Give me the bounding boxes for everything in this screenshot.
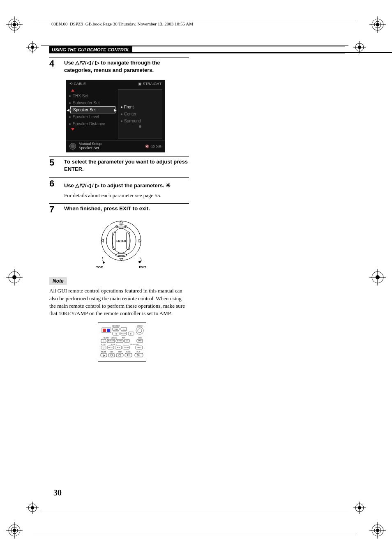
svg-rect-49: [113, 232, 116, 250]
svg-rect-50: [127, 232, 130, 250]
svg-text:SEARCH: SEARCH: [104, 337, 109, 339]
svg-text:SKIP: SKIP: [117, 347, 120, 348]
crosshair-icon: [26, 41, 39, 53]
svg-text:CHAPTER/10: CHAPTER/10: [130, 344, 139, 345]
enter-label: ENTER: [116, 240, 126, 242]
svg-text:POWER: POWER: [101, 351, 106, 353]
tip-icon: ☀: [166, 182, 171, 190]
list-item: Subwoofer Set: [70, 99, 115, 106]
regmark-icon: [369, 16, 386, 33]
regmark-icon: [6, 269, 23, 286]
dpad-diagram: ENTER TOP EXIT: [95, 218, 148, 267]
scroll-indicator-icon: [139, 125, 141, 128]
gui-screenshot: ⟲ CABLE ▣ STRAIGHT THX Set Subwoofer Set…: [66, 80, 165, 152]
svg-text:STOP: STOP: [118, 351, 122, 353]
gui-mode: ▣ STRAIGHT: [138, 82, 161, 86]
crop-line: [41, 510, 348, 510]
remote-diagram: ON SCREEN SOURCE TITLE △ ◁ ENTER ▷ SEARC…: [98, 322, 146, 362]
svg-text:▷: ▷: [130, 333, 132, 335]
svg-text:TOP: TOP: [122, 337, 125, 339]
list-item: THX Set: [70, 92, 115, 99]
menu-icon: [69, 143, 76, 150]
svg-text:▽: ▽: [126, 340, 128, 342]
crop-line: [33, 535, 357, 535]
svg-point-17: [376, 275, 380, 279]
step-number: 4: [49, 59, 58, 74]
nav-arrows-icon: △/▽/◁ / ▷: [75, 60, 99, 66]
svg-point-31: [31, 46, 34, 49]
crosshair-icon: [26, 502, 39, 514]
regmark-icon: [369, 522, 386, 539]
section-header: USING THE GUI REMOTE CONTROL: [49, 46, 345, 53]
svg-text:SELECT: SELECT: [101, 344, 107, 345]
note-label: Note: [49, 277, 67, 285]
volume-indicator: 🔇 -10.0dB: [145, 145, 161, 148]
svg-text:△: △: [123, 328, 125, 330]
svg-text:10KEY: 10KEY: [137, 347, 142, 348]
svg-text:MUTE: MUTE: [108, 347, 113, 348]
svg-text:ON SCREEN: ON SCREEN: [112, 325, 120, 327]
svg-point-39: [31, 506, 34, 509]
step-text: Use △/▽/◁ / ▷ to adjust the parameters. …: [64, 179, 189, 200]
regmark-icon: [6, 522, 23, 539]
step-text: When finished, press EXIT to exit.: [64, 205, 189, 214]
crop-line: [41, 45, 348, 46]
svg-point-27: [376, 529, 379, 532]
svg-point-22: [13, 529, 16, 532]
svg-text:EXIT: EXIT: [138, 340, 142, 342]
regmark-icon: [369, 269, 386, 286]
note-text: All GUI remote control operations featur…: [49, 287, 189, 317]
step-7: 7 When finished, press EXIT to exit.: [49, 203, 189, 214]
svg-rect-68: [107, 329, 110, 332]
step-5: 5 To select the parameter you want to ad…: [49, 157, 189, 173]
svg-point-43: [358, 506, 361, 509]
svg-point-9: [376, 23, 379, 26]
svg-text:MO/BAR: MO/BAR: [111, 337, 117, 339]
list-item: Speaker Level: [70, 113, 115, 120]
svg-rect-67: [103, 329, 106, 332]
scroll-down-icon: [71, 128, 74, 131]
svg-text:ENTER: ENTER: [121, 333, 126, 334]
list-item: Front: [121, 104, 159, 111]
top-button-label: TOP: [96, 265, 103, 269]
tip-text: For details about each parameter see pag…: [64, 192, 189, 199]
list-item: Surround: [121, 117, 159, 124]
svg-text:PLAY: PLAY: [137, 351, 141, 353]
svg-text:TITLE: TITLE: [113, 328, 118, 330]
crop-line: [33, 20, 357, 20]
list-item: Speaker Distance: [70, 120, 115, 127]
svg-text:⏻: ⏻: [103, 355, 105, 357]
svg-text:REC: REC: [111, 351, 113, 353]
svg-point-13: [12, 275, 16, 279]
scroll-up-icon: [71, 89, 74, 92]
step-6: 6 Use △/▽/◁ / ▷ to adjust the parameters…: [49, 177, 189, 200]
list-item: Center: [121, 111, 159, 117]
step-text: To select the parameter you want to adju…: [64, 158, 189, 173]
svg-text:▽: ▽: [103, 347, 104, 349]
svg-point-35: [358, 46, 361, 49]
list-item-selected: ◀Speaker Set▶: [70, 106, 115, 113]
svg-text:DISC: DISC: [138, 337, 142, 339]
svg-text:PAUSE: PAUSE: [126, 351, 131, 353]
section-title: USING THE GUI REMOTE CONTROL: [49, 46, 132, 53]
svg-text:△: △: [103, 340, 104, 342]
svg-text:DISPLAY: DISPLAY: [108, 340, 114, 342]
page-header: 00EN.00_DSPZ9_GB.book Page 30 Thursday, …: [51, 21, 193, 26]
svg-text:RETURN: RETURN: [117, 340, 122, 342]
regmark-icon: [6, 16, 23, 33]
crosshair-icon: [353, 502, 366, 514]
step-number: 7: [49, 205, 58, 214]
nav-arrows-icon: △/▽/◁ / ▷: [75, 182, 99, 189]
svg-point-4: [13, 23, 16, 26]
breadcrumb: Manual Setup Speaker Set: [69, 142, 101, 150]
step-text: Use △/▽/◁ / ▷ to navigate through the ca…: [64, 59, 189, 74]
svg-marker-55: [103, 261, 105, 264]
svg-text:SOURCE: SOURCE: [137, 325, 143, 327]
step-number: 6: [49, 179, 58, 200]
svg-text:SOURCE: SOURCE: [111, 344, 117, 345]
exit-button-label: EXIT: [139, 265, 146, 269]
page-number: 30: [53, 488, 62, 497]
svg-text:◁: ◁: [115, 333, 117, 335]
gui-source: ⟲ CABLE: [69, 82, 86, 86]
svg-text:AUDIO: AUDIO: [124, 347, 129, 348]
